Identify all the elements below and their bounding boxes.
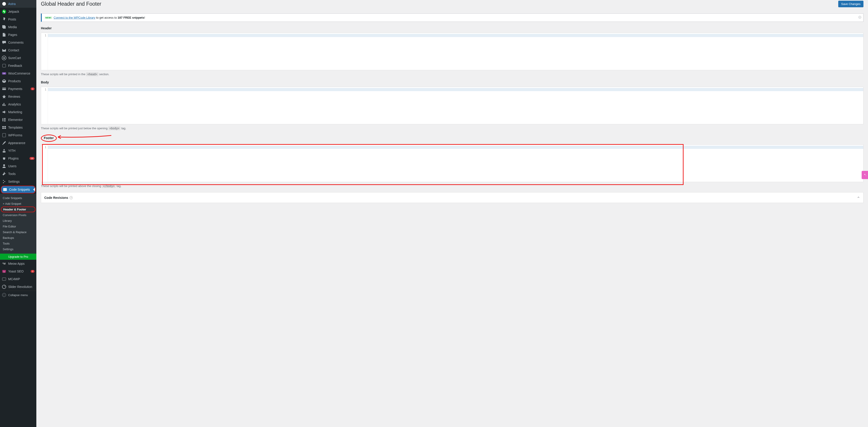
header-title: Header	[41, 26, 864, 30]
jetpack-icon	[2, 9, 6, 14]
sidebar-label: Comments	[8, 41, 34, 44]
svg-rect-3	[2, 64, 6, 67]
sidebar-item-surecart[interactable]: SureCart	[0, 54, 36, 62]
sidebar-item-appearance[interactable]: Appearance	[0, 139, 36, 147]
help-icon[interactable]: ?	[69, 196, 73, 199]
sidebar-item-tools[interactable]: Tools	[0, 170, 36, 178]
sidebar-label: Code Snippets	[9, 188, 34, 191]
svg-point-13	[3, 164, 5, 166]
svg-point-15	[4, 181, 5, 182]
card-icon	[2, 87, 6, 91]
sidebar-label: WPForms	[8, 133, 34, 137]
megaphone-icon	[2, 110, 6, 114]
sidebar-label: SureCart	[8, 56, 34, 60]
elementor-icon	[2, 118, 6, 122]
feedback-icon	[2, 63, 6, 68]
page-header: Global Header and Footer Save Changes	[41, 0, 864, 11]
body-section: Body 1 These scripts will be printed jus…	[41, 81, 864, 130]
chart-icon	[2, 102, 6, 106]
sidebar-item-woocommerce[interactable]: W WooCommerce	[0, 69, 36, 77]
badge: 16	[30, 157, 34, 160]
sidebar-label: Jetpack	[8, 10, 34, 13]
svg-text:W: W	[3, 73, 5, 74]
footer-section: Footer 1 These scripts will be printed a…	[41, 134, 864, 188]
sidebar-label: Tools	[8, 172, 34, 176]
sidebar-item-feedback[interactable]: Feedback	[0, 62, 36, 69]
sidebar-item-plugins[interactable]: Plugins 16	[0, 155, 36, 162]
sidebar-label: WooCommerce	[8, 71, 34, 75]
wpforms-icon	[2, 133, 6, 138]
dismiss-icon[interactable]	[858, 16, 861, 20]
code-body[interactable]	[48, 33, 863, 70]
sidebar-sub-add-snippet[interactable]: + Add Snippet	[0, 201, 36, 207]
notice-link[interactable]: Connect to the WPCode Library	[54, 16, 95, 19]
sidebar-item-users[interactable]: Users	[0, 162, 36, 170]
notice-text: Connect to the WPCode Library to get acc…	[54, 16, 145, 19]
svg-point-14	[3, 180, 4, 181]
sidebar-item-settings[interactable]: Settings	[0, 178, 36, 185]
media-icon	[2, 25, 6, 29]
sidebar-item-astra[interactable]: Astra	[0, 0, 36, 8]
floating-help-tab[interactable]	[862, 171, 868, 179]
sidebar-label: Templates	[8, 126, 34, 129]
sidebar-label: Contact	[8, 49, 34, 52]
comment-icon	[2, 40, 6, 45]
sidebar-item-products[interactable]: Products	[0, 77, 36, 85]
sidebar-item-pages[interactable]: Pages	[0, 31, 36, 39]
sidebar-label: Users	[8, 164, 34, 168]
sidebar-item-contact[interactable]: Contact	[0, 47, 36, 54]
yith-icon	[2, 148, 6, 153]
sidebar-item-posts[interactable]: Posts	[0, 16, 36, 23]
mail-icon	[2, 48, 6, 53]
header-desc: These scripts will be printed in the <he…	[41, 72, 864, 76]
sidebar-item-code-snippets[interactable]: Code Snippets	[1, 186, 35, 193]
sidebar-label: Posts	[8, 18, 34, 21]
svg-point-16	[3, 182, 4, 183]
sidebar-item-marketing[interactable]: Marketing	[0, 108, 36, 116]
sliders-icon	[2, 179, 6, 184]
sidebar-item-media[interactable]: Media	[0, 23, 36, 31]
body-title: Body	[41, 81, 864, 84]
woo-icon: W	[2, 71, 6, 76]
gutter: 1	[41, 33, 48, 70]
sidebar-item-payments[interactable]: Payments 1	[0, 85, 36, 93]
chevron-up-icon[interactable]	[857, 196, 860, 200]
sidebar-sub-header-footer[interactable]: Header & Footer	[1, 207, 35, 208]
plugin-icon	[2, 156, 6, 161]
sidebar-label: YITH	[8, 149, 34, 152]
page-title: Global Header and Footer	[41, 0, 101, 8]
save-button[interactable]: Save Changes	[838, 1, 864, 7]
header-code-editor[interactable]: 1	[41, 33, 864, 70]
sidebar-item-comments[interactable]: Comments	[0, 39, 36, 47]
sidebar-item-jetpack[interactable]: Jetpack	[0, 8, 36, 16]
footer-code-editor[interactable]: 1	[41, 145, 864, 182]
sparkle-icon	[863, 173, 867, 177]
sidebar-label: Plugins	[8, 157, 29, 160]
sidebar-sub-code-snippets[interactable]: Code Snippets	[0, 195, 36, 201]
sidebar-label: Astra	[8, 2, 34, 6]
revisions-panel[interactable]: Code Revisions ?	[41, 192, 864, 203]
svg-rect-10	[4, 120, 6, 120]
box-icon	[2, 79, 6, 83]
sidebar-item-yith[interactable]: YITH	[0, 147, 36, 155]
library-notice: NEW! Connect to the WPCode Library to ge…	[41, 13, 864, 22]
logo-icon	[2, 2, 6, 6]
sidebar-item-elementor[interactable]: Elementor	[0, 116, 36, 124]
sidebar-label: Reviews	[8, 95, 34, 98]
sidebar-item-reviews[interactable]: Reviews	[0, 93, 36, 100]
code-body[interactable]	[48, 145, 863, 182]
svg-point-0	[2, 2, 6, 6]
gutter: 1	[41, 145, 48, 182]
footer-title: Footer	[41, 134, 864, 142]
svg-rect-11	[4, 121, 6, 121]
sidebar-item-templates[interactable]: Templates	[0, 124, 36, 131]
sidebar-label: Marketing	[8, 110, 34, 114]
code-body[interactable]	[48, 87, 863, 124]
code-icon	[3, 187, 7, 192]
sidebar-label: Analytics	[8, 102, 34, 106]
body-desc: These scripts will be printed just below…	[41, 127, 864, 130]
sidebar-item-analytics[interactable]: Analytics	[0, 100, 36, 108]
svg-rect-8	[2, 118, 3, 121]
sidebar-item-wpforms[interactable]: WPForms	[0, 131, 36, 139]
body-code-editor[interactable]: 1	[41, 87, 864, 124]
